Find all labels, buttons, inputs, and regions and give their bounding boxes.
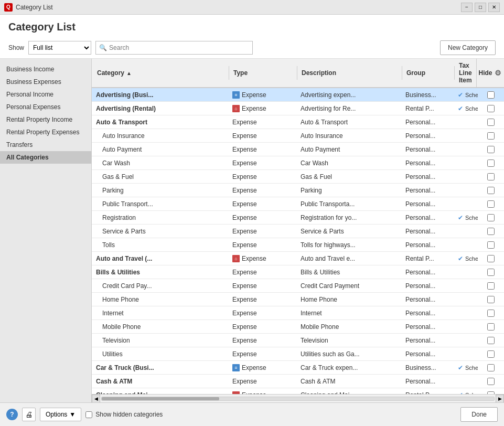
cell-description: Service & Parts (296, 226, 401, 237)
page-header: Category List (0, 15, 504, 37)
check-circle-icon: ✔ (458, 214, 463, 221)
hide-checkbox[interactable] (487, 296, 495, 303)
cell-group: Personal... (401, 294, 454, 305)
table-row[interactable]: TelevisionExpenseTelevisionPersonal... (92, 334, 504, 347)
cell-description: Credit Card Payment (296, 280, 401, 292)
show-hidden-checkbox[interactable] (85, 411, 92, 418)
sidebar-item-personal-expenses[interactable]: Personal Expenses (0, 101, 91, 113)
options-label: Options (46, 411, 67, 418)
th-tax-line-item: Tax Line Item (455, 59, 477, 87)
hide-checkbox[interactable] (487, 132, 495, 140)
cell-type: Expense (228, 280, 296, 292)
sidebar-item-transfers[interactable]: Transfers (0, 139, 91, 151)
cell-description: Utilities such as Ga... (296, 348, 401, 360)
hide-checkbox[interactable] (487, 159, 495, 167)
table-row[interactable]: Credit Card Pay...ExpenseCredit Card Pay… (92, 279, 504, 293)
table-row[interactable]: Car & Truck (Busi...≡ExpenseCar & Truck … (92, 361, 504, 375)
done-button[interactable]: Done (460, 407, 498, 422)
help-button[interactable]: ? (6, 409, 18, 420)
table-row[interactable]: Mobile PhoneExpenseMobile PhonePersonal.… (92, 320, 504, 334)
cell-type: Expense (228, 144, 296, 155)
cell-category: Advertising (Rental) (92, 103, 228, 114)
cell-hide (478, 294, 504, 305)
cell-category: Auto and Travel (... (92, 253, 228, 264)
search-input[interactable] (109, 44, 249, 51)
show-select[interactable]: Full list Income Expense (28, 41, 91, 55)
sidebar-item-rental-property-income[interactable]: Rental Property Income (0, 113, 91, 126)
options-button[interactable]: Options ▼ (40, 408, 81, 421)
table-row[interactable]: Advertising (Busi...≡ExpenseAdvertising … (92, 88, 504, 102)
table-row[interactable]: Gas & FuelExpenseGas & FuelPersonal... (92, 170, 504, 184)
table-row[interactable]: Cleaning and Mai...⌂ExpenseCleaning and … (92, 388, 504, 394)
hide-checkbox[interactable] (487, 173, 495, 180)
table-row[interactable]: TollsExpenseTolls for highways...Persona… (92, 238, 504, 252)
hide-checkbox[interactable] (487, 350, 495, 358)
scrollbar-track[interactable] (101, 397, 495, 401)
table-row[interactable]: Auto & TransportExpenseAuto & TransportP… (92, 115, 504, 129)
cell-tax-line-item: ✔Schedule C:Advertising (454, 89, 478, 101)
cell-type: Expense (228, 116, 296, 128)
scroll-left-button[interactable]: ◀ (92, 395, 100, 403)
sidebar-item-business-expenses[interactable]: Business Expenses (0, 76, 91, 88)
cell-category: Parking (92, 185, 228, 196)
th-description: Description (297, 66, 402, 80)
table-row[interactable]: Public Transport...ExpensePublic Transpo… (92, 197, 504, 211)
cell-type: Expense (228, 198, 296, 210)
table-row[interactable]: Cash & ATMExpenseCash & ATMPersonal... (92, 375, 504, 388)
table-row[interactable]: ParkingExpenseParkingPersonal... (92, 184, 504, 197)
cell-category: Cleaning and Mai... (92, 389, 228, 395)
hide-checkbox[interactable] (487, 105, 495, 112)
hide-checkbox[interactable] (487, 323, 495, 331)
table-row[interactable]: InternetExpenseInternetPersonal... (92, 306, 504, 320)
cell-tax-line-item (454, 134, 478, 138)
new-category-button[interactable]: New Category (440, 40, 496, 55)
cell-hide (478, 212, 504, 223)
table-row[interactable]: Car WashExpenseCar WashPersonal... (92, 156, 504, 170)
horizontal-scrollbar[interactable]: ◀ ▶ (92, 394, 504, 402)
table-row[interactable]: Service & PartsExpenseService & PartsPer… (92, 225, 504, 238)
cell-type: Expense (228, 321, 296, 333)
minimize-button[interactable]: − (461, 3, 473, 12)
table-row[interactable]: Auto PaymentExpenseAuto PaymentPersonal.… (92, 143, 504, 156)
hide-checkbox[interactable] (487, 269, 495, 276)
hide-checkbox[interactable] (487, 91, 495, 99)
gear-icon[interactable]: ⚙ (495, 69, 501, 77)
hide-checkbox[interactable] (487, 228, 495, 235)
hide-checkbox[interactable] (487, 378, 495, 385)
cell-group: Personal... (401, 321, 454, 333)
maximize-button[interactable]: □ (475, 3, 486, 12)
print-button[interactable]: 🖨 (22, 408, 36, 421)
cell-group: Rental P... (401, 253, 454, 264)
hide-checkbox[interactable] (487, 119, 495, 126)
hide-checkbox[interactable] (487, 200, 495, 208)
table-row[interactable]: Auto and Travel (...⌂ExpenseAuto and Tra… (92, 252, 504, 265)
hide-checkbox[interactable] (487, 310, 495, 317)
hide-checkbox[interactable] (487, 255, 495, 262)
cell-group: Personal... (401, 198, 454, 210)
table-row[interactable]: RegistrationExpenseRegistration for yo..… (92, 211, 504, 225)
table-row[interactable]: Advertising (Rental)⌂ExpenseAdvertising … (92, 102, 504, 115)
hide-checkbox[interactable] (487, 282, 495, 290)
cell-description: Television (296, 335, 401, 346)
table-row[interactable]: Home PhoneExpenseHome PhonePersonal... (92, 293, 504, 306)
hide-checkbox[interactable] (487, 241, 495, 249)
hide-checkbox[interactable] (487, 214, 495, 221)
hide-checkbox[interactable] (487, 337, 495, 344)
rental-type-icon: ⌂ (232, 105, 240, 112)
table-row[interactable]: UtilitiesExpenseUtilities such as Ga...P… (92, 347, 504, 361)
cell-type: Expense (228, 185, 296, 196)
table-row[interactable]: Bills & UtilitiesExpenseBills & Utilitie… (92, 265, 504, 279)
sidebar-item-business-income[interactable]: Business Income (0, 63, 91, 76)
table-row[interactable]: Auto InsuranceExpenseAuto InsurancePerso… (92, 129, 504, 143)
cell-group: Personal... (401, 239, 454, 251)
hide-checkbox[interactable] (487, 187, 495, 194)
hide-checkbox[interactable] (487, 364, 495, 371)
hide-checkbox[interactable] (487, 146, 495, 153)
cell-type: Expense (228, 130, 296, 142)
close-button[interactable]: ✕ (488, 3, 500, 12)
cell-category: Auto & Transport (92, 116, 228, 128)
sidebar-item-rental-property-expenses[interactable]: Rental Property Expenses (0, 126, 91, 139)
sidebar-item-personal-income[interactable]: Personal Income (0, 88, 91, 101)
sidebar-item-all-categories[interactable]: All Categories (0, 151, 91, 164)
scroll-right-button[interactable]: ▶ (496, 395, 504, 403)
